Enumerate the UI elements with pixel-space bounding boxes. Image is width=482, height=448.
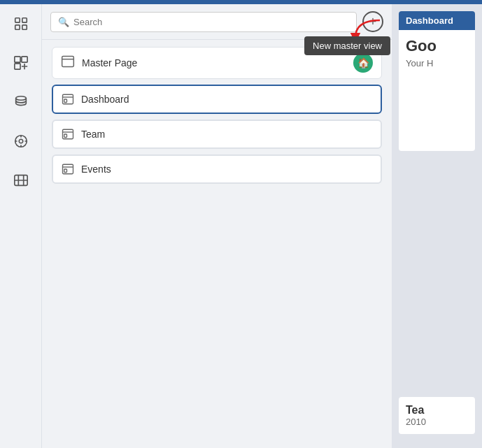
search-icon: 🔍 [58, 17, 69, 27]
svg-point-7 [15, 96, 26, 101]
database-icon[interactable] [8, 89, 34, 115]
master-page-icon [61, 55, 75, 71]
right-preview: Dashboard Goo Your H Tea 2010 [392, 4, 482, 448]
page-item-events[interactable]: Events [52, 154, 382, 184]
home-badge: 🏠 [353, 53, 373, 73]
svg-rect-14 [64, 99, 67, 103]
page-item-dashboard[interactable]: Dashboard [52, 85, 382, 114]
widgets-icon[interactable] [8, 50, 34, 75]
icon-sidebar [0, 4, 42, 448]
design-icon[interactable] [8, 129, 34, 154]
preview-card: Dashboard Goo Your H [399, 11, 475, 151]
main-layout: 🔍 + New master view [0, 4, 482, 448]
svg-rect-3 [22, 25, 26, 29]
master-page-label: Master Page [82, 57, 137, 68]
preview-title: Goo [406, 37, 468, 55]
svg-rect-2 [15, 25, 19, 29]
search-input[interactable] [73, 17, 349, 27]
svg-rect-4 [14, 57, 20, 62]
preview-bottom-year: 2010 [406, 417, 468, 427]
preview-bottom-card: Tea 2010 [399, 397, 475, 434]
preview-subtitle: Your H [406, 58, 468, 68]
svg-rect-12 [62, 57, 74, 67]
svg-rect-0 [15, 18, 19, 22]
panel: 🔍 + New master view [42, 4, 392, 448]
search-area: 🔍 + New master view [42, 4, 392, 40]
team-page-label: Team [81, 129, 105, 140]
svg-rect-1 [22, 18, 26, 22]
new-master-view-tooltip: New master view [304, 36, 390, 55]
preview-bottom-title: Tea [406, 404, 468, 417]
dashboard-page-label: Dashboard [81, 94, 129, 105]
preview-content: Goo Your H [399, 30, 475, 75]
add-button-container: + New master view [362, 11, 383, 32]
events-page-icon [62, 163, 74, 175]
preview-header: Dashboard [399, 11, 475, 30]
svg-rect-16 [64, 134, 67, 138]
dashboard-page-icon [62, 93, 74, 106]
events-page-label: Events [81, 164, 111, 175]
home-icon: 🏠 [357, 57, 369, 68]
svg-rect-5 [21, 57, 27, 62]
pages-icon[interactable] [8, 11, 34, 36]
media-icon[interactable] [8, 168, 34, 193]
svg-rect-18 [64, 169, 67, 173]
search-box[interactable]: 🔍 [50, 12, 357, 32]
master-page-left: Master Page [61, 55, 137, 71]
svg-rect-6 [14, 64, 20, 69]
pages-list: Master Page 🏠 Dashboard [42, 40, 392, 191]
svg-point-9 [19, 139, 23, 143]
page-item-team[interactable]: Team [52, 120, 382, 149]
team-page-icon [62, 128, 74, 140]
